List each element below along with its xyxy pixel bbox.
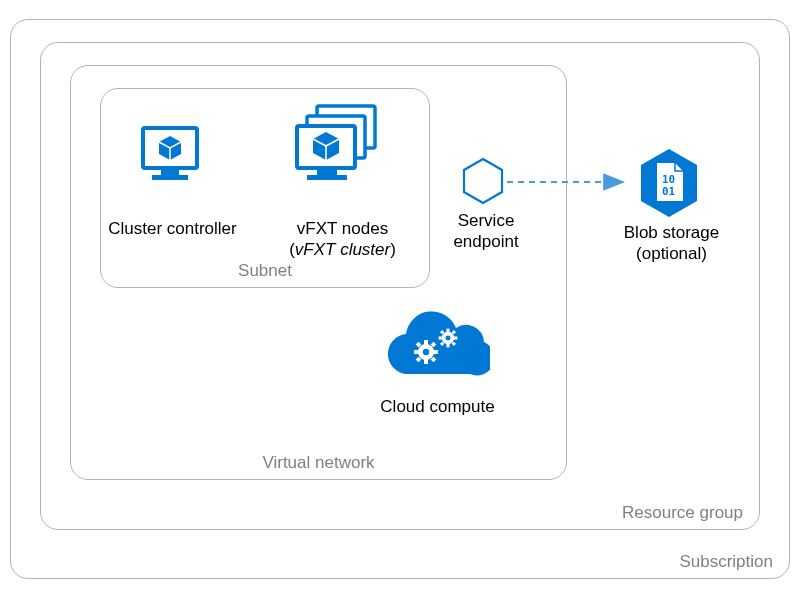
cluster-controller-label: Cluster controller [100, 218, 245, 239]
cloud-compute-label: Cloud compute [375, 396, 500, 417]
blob-storage-line1: Blob storage [624, 223, 719, 242]
hexagon-outline-icon [460, 155, 506, 207]
service-endpoint-line2: endpoint [453, 232, 518, 251]
svg-rect-10 [307, 175, 347, 180]
vfxt-nodes-line1: vFXT nodes [297, 219, 388, 238]
service-endpoint-line1: Service [458, 211, 515, 230]
blob-storage-line2: (optional) [636, 244, 707, 263]
blob-storage-label: Blob storage (optional) [614, 222, 729, 265]
svg-point-30 [446, 336, 451, 341]
monitor-cube-icon [135, 120, 205, 190]
resource-group-label: Resource group [622, 503, 743, 523]
subnet-label: Subnet [101, 261, 429, 281]
dashed-arrow-icon [505, 168, 635, 196]
svg-rect-23 [414, 350, 419, 354]
svg-rect-21 [424, 340, 428, 345]
svg-rect-31 [446, 329, 449, 333]
vfxt-nodes-line2-close: ) [390, 240, 396, 259]
svg-rect-3 [152, 175, 188, 180]
svg-text:01: 01 [662, 185, 676, 198]
svg-rect-22 [424, 359, 428, 364]
monitor-cube-stack-icon [285, 100, 385, 195]
svg-rect-9 [317, 170, 337, 175]
hexagon-binary-icon: 10 01 [635, 145, 703, 221]
svg-rect-2 [161, 170, 179, 175]
subscription-label: Subscription [679, 552, 773, 572]
svg-rect-32 [446, 343, 449, 347]
virtual-network-label: Virtual network [71, 453, 566, 473]
vfxt-nodes-label: vFXT nodes (vFXT cluster) [270, 218, 415, 261]
vfxt-nodes-line2-em: vFXT cluster [295, 240, 390, 259]
svg-marker-13 [464, 159, 502, 203]
service-endpoint-label: Service endpoint [441, 210, 531, 253]
svg-rect-33 [439, 336, 443, 339]
svg-point-20 [423, 349, 429, 355]
svg-rect-34 [453, 336, 457, 339]
svg-rect-24 [433, 350, 438, 354]
cloud-gears-icon [380, 310, 490, 390]
